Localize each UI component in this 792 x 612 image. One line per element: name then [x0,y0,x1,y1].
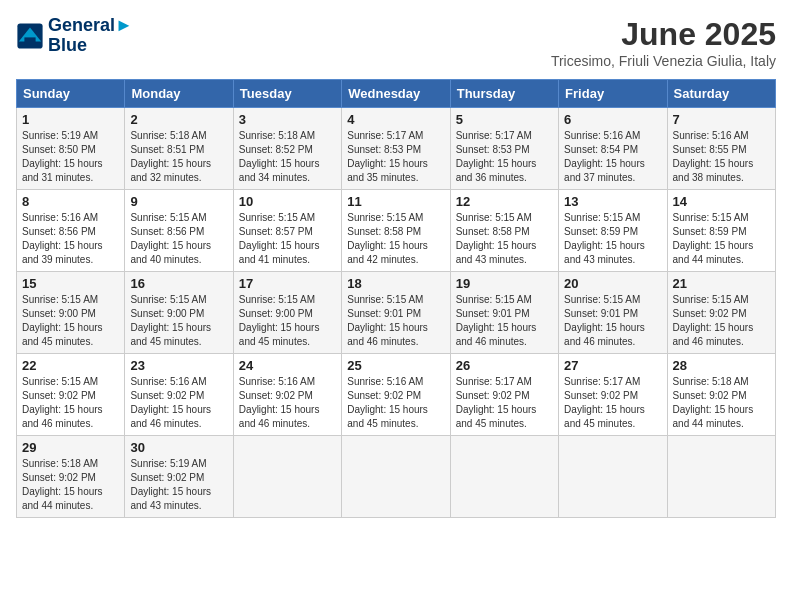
calendar-cell: 11Sunrise: 5:15 AM Sunset: 8:58 PM Dayli… [342,190,450,272]
calendar-week-row: 1Sunrise: 5:19 AM Sunset: 8:50 PM Daylig… [17,108,776,190]
calendar-body: 1Sunrise: 5:19 AM Sunset: 8:50 PM Daylig… [17,108,776,518]
day-info: Sunrise: 5:16 AM Sunset: 8:55 PM Dayligh… [673,129,770,185]
day-number: 30 [130,440,227,455]
day-number: 24 [239,358,336,373]
calendar-cell [233,436,341,518]
day-number: 19 [456,276,553,291]
title-area: June 2025 Tricesimo, Friuli Venezia Giul… [551,16,776,69]
calendar-cell: 20Sunrise: 5:15 AM Sunset: 9:01 PM Dayli… [559,272,667,354]
calendar-cell: 12Sunrise: 5:15 AM Sunset: 8:58 PM Dayli… [450,190,558,272]
calendar-cell: 13Sunrise: 5:15 AM Sunset: 8:59 PM Dayli… [559,190,667,272]
day-number: 29 [22,440,119,455]
day-number: 20 [564,276,661,291]
day-header: Saturday [667,80,775,108]
calendar-cell: 3Sunrise: 5:18 AM Sunset: 8:52 PM Daylig… [233,108,341,190]
day-info: Sunrise: 5:15 AM Sunset: 9:02 PM Dayligh… [673,293,770,349]
day-header: Friday [559,80,667,108]
day-info: Sunrise: 5:18 AM Sunset: 8:51 PM Dayligh… [130,129,227,185]
day-info: Sunrise: 5:15 AM Sunset: 8:58 PM Dayligh… [347,211,444,267]
day-header: Monday [125,80,233,108]
calendar-cell: 28Sunrise: 5:18 AM Sunset: 9:02 PM Dayli… [667,354,775,436]
day-info: Sunrise: 5:16 AM Sunset: 9:02 PM Dayligh… [239,375,336,431]
location-title: Tricesimo, Friuli Venezia Giulia, Italy [551,53,776,69]
day-number: 18 [347,276,444,291]
calendar: SundayMondayTuesdayWednesdayThursdayFrid… [16,79,776,518]
calendar-cell: 30Sunrise: 5:19 AM Sunset: 9:02 PM Dayli… [125,436,233,518]
day-info: Sunrise: 5:15 AM Sunset: 8:59 PM Dayligh… [564,211,661,267]
day-info: Sunrise: 5:17 AM Sunset: 8:53 PM Dayligh… [456,129,553,185]
day-number: 3 [239,112,336,127]
calendar-cell: 23Sunrise: 5:16 AM Sunset: 9:02 PM Dayli… [125,354,233,436]
day-info: Sunrise: 5:19 AM Sunset: 9:02 PM Dayligh… [130,457,227,513]
day-info: Sunrise: 5:15 AM Sunset: 8:56 PM Dayligh… [130,211,227,267]
calendar-cell [450,436,558,518]
day-info: Sunrise: 5:19 AM Sunset: 8:50 PM Dayligh… [22,129,119,185]
day-number: 12 [456,194,553,209]
calendar-cell: 26Sunrise: 5:17 AM Sunset: 9:02 PM Dayli… [450,354,558,436]
day-number: 10 [239,194,336,209]
calendar-header-row: SundayMondayTuesdayWednesdayThursdayFrid… [17,80,776,108]
day-info: Sunrise: 5:15 AM Sunset: 9:00 PM Dayligh… [239,293,336,349]
calendar-cell: 8Sunrise: 5:16 AM Sunset: 8:56 PM Daylig… [17,190,125,272]
day-header: Tuesday [233,80,341,108]
day-info: Sunrise: 5:15 AM Sunset: 9:01 PM Dayligh… [564,293,661,349]
calendar-cell [667,436,775,518]
day-number: 14 [673,194,770,209]
day-number: 5 [456,112,553,127]
day-number: 4 [347,112,444,127]
day-number: 28 [673,358,770,373]
day-info: Sunrise: 5:15 AM Sunset: 9:01 PM Dayligh… [347,293,444,349]
calendar-cell: 6Sunrise: 5:16 AM Sunset: 8:54 PM Daylig… [559,108,667,190]
day-header: Thursday [450,80,558,108]
calendar-cell: 1Sunrise: 5:19 AM Sunset: 8:50 PM Daylig… [17,108,125,190]
calendar-cell: 15Sunrise: 5:15 AM Sunset: 9:00 PM Dayli… [17,272,125,354]
calendar-cell: 10Sunrise: 5:15 AM Sunset: 8:57 PM Dayli… [233,190,341,272]
day-info: Sunrise: 5:16 AM Sunset: 8:56 PM Dayligh… [22,211,119,267]
day-info: Sunrise: 5:15 AM Sunset: 9:01 PM Dayligh… [456,293,553,349]
day-number: 21 [673,276,770,291]
calendar-week-row: 15Sunrise: 5:15 AM Sunset: 9:00 PM Dayli… [17,272,776,354]
day-info: Sunrise: 5:16 AM Sunset: 9:02 PM Dayligh… [130,375,227,431]
calendar-cell: 24Sunrise: 5:16 AM Sunset: 9:02 PM Dayli… [233,354,341,436]
day-info: Sunrise: 5:15 AM Sunset: 9:02 PM Dayligh… [22,375,119,431]
calendar-cell: 4Sunrise: 5:17 AM Sunset: 8:53 PM Daylig… [342,108,450,190]
calendar-cell [342,436,450,518]
day-number: 26 [456,358,553,373]
day-header: Sunday [17,80,125,108]
day-info: Sunrise: 5:17 AM Sunset: 9:02 PM Dayligh… [564,375,661,431]
logo-icon [16,22,44,50]
calendar-cell: 17Sunrise: 5:15 AM Sunset: 9:00 PM Dayli… [233,272,341,354]
day-info: Sunrise: 5:16 AM Sunset: 9:02 PM Dayligh… [347,375,444,431]
month-title: June 2025 [551,16,776,53]
day-info: Sunrise: 5:18 AM Sunset: 9:02 PM Dayligh… [22,457,119,513]
day-number: 23 [130,358,227,373]
day-info: Sunrise: 5:15 AM Sunset: 9:00 PM Dayligh… [22,293,119,349]
logo-text: General► Blue [48,16,133,56]
day-number: 7 [673,112,770,127]
day-info: Sunrise: 5:16 AM Sunset: 8:54 PM Dayligh… [564,129,661,185]
calendar-cell: 29Sunrise: 5:18 AM Sunset: 9:02 PM Dayli… [17,436,125,518]
calendar-cell: 2Sunrise: 5:18 AM Sunset: 8:51 PM Daylig… [125,108,233,190]
calendar-cell: 25Sunrise: 5:16 AM Sunset: 9:02 PM Dayli… [342,354,450,436]
calendar-cell: 22Sunrise: 5:15 AM Sunset: 9:02 PM Dayli… [17,354,125,436]
day-number: 25 [347,358,444,373]
day-info: Sunrise: 5:18 AM Sunset: 9:02 PM Dayligh… [673,375,770,431]
day-info: Sunrise: 5:17 AM Sunset: 8:53 PM Dayligh… [347,129,444,185]
calendar-cell: 18Sunrise: 5:15 AM Sunset: 9:01 PM Dayli… [342,272,450,354]
svg-rect-2 [24,37,35,44]
day-number: 15 [22,276,119,291]
day-number: 9 [130,194,227,209]
calendar-cell: 5Sunrise: 5:17 AM Sunset: 8:53 PM Daylig… [450,108,558,190]
day-number: 22 [22,358,119,373]
day-number: 8 [22,194,119,209]
calendar-cell: 9Sunrise: 5:15 AM Sunset: 8:56 PM Daylig… [125,190,233,272]
calendar-week-row: 22Sunrise: 5:15 AM Sunset: 9:02 PM Dayli… [17,354,776,436]
day-number: 27 [564,358,661,373]
header: General► Blue June 2025 Tricesimo, Friul… [16,16,776,69]
day-number: 17 [239,276,336,291]
calendar-cell: 21Sunrise: 5:15 AM Sunset: 9:02 PM Dayli… [667,272,775,354]
day-number: 16 [130,276,227,291]
day-info: Sunrise: 5:15 AM Sunset: 8:59 PM Dayligh… [673,211,770,267]
day-number: 6 [564,112,661,127]
calendar-week-row: 8Sunrise: 5:16 AM Sunset: 8:56 PM Daylig… [17,190,776,272]
